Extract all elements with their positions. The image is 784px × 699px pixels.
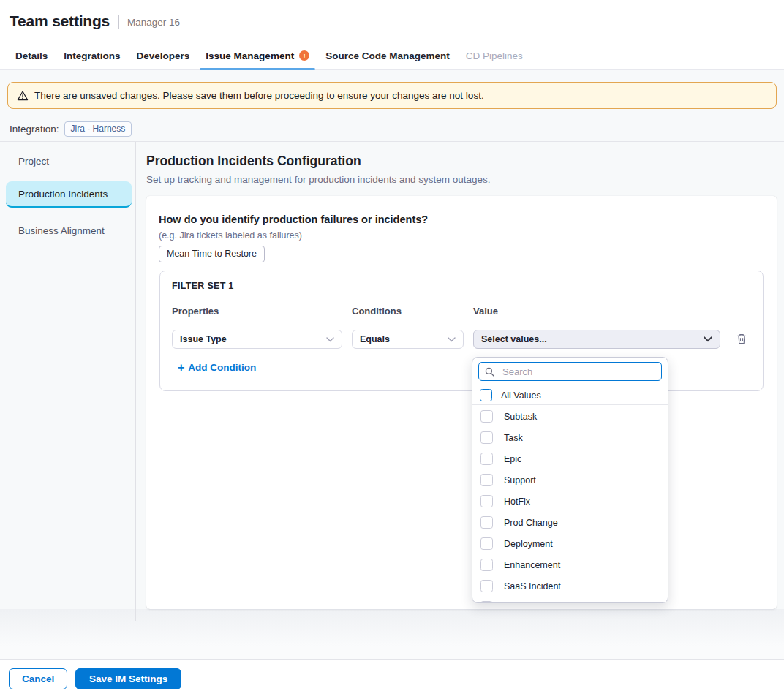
checkbox-icon[interactable] bbox=[480, 495, 493, 507]
tab-details[interactable]: Details bbox=[10, 42, 53, 69]
option-label: Task bbox=[504, 433, 523, 443]
option-label: Enhancement bbox=[504, 560, 560, 570]
page-footer: Cancel Save IM Settings bbox=[0, 659, 784, 699]
team-name: Manager 16 bbox=[127, 17, 180, 28]
value-multiselect[interactable]: Select values... bbox=[473, 330, 720, 349]
checkbox-icon[interactable] bbox=[480, 580, 493, 592]
value-select-placeholder: Select values... bbox=[481, 334, 547, 344]
trash-icon bbox=[736, 333, 747, 345]
page-title: Team settings bbox=[10, 12, 110, 30]
filter-set-title: FILTER SET 1 bbox=[172, 281, 234, 291]
checkbox-icon[interactable] bbox=[480, 516, 493, 529]
tab-issue-management[interactable]: Issue Management ! bbox=[200, 42, 315, 69]
tab-source-code-management[interactable]: Source Code Management bbox=[320, 42, 456, 69]
section-divider bbox=[0, 141, 784, 142]
bottom-scroll-shade bbox=[0, 609, 784, 659]
tab-label: Developers bbox=[137, 50, 190, 61]
chevron-down-icon bbox=[326, 337, 334, 342]
sidebar-item-project[interactable]: Project bbox=[6, 149, 132, 173]
option-saas-incident[interactable]: SaaS Incident bbox=[472, 575, 668, 597]
column-header-value: Value bbox=[473, 306, 498, 317]
property-select-value: Issue Type bbox=[180, 334, 227, 344]
tab-cd-pipelines: CD Pipelines bbox=[460, 42, 529, 69]
question-heading: How do you identify production failures … bbox=[159, 214, 428, 225]
option-hotfix[interactable]: HotFix bbox=[472, 491, 668, 512]
option-label: Support bbox=[504, 475, 536, 485]
option-support[interactable]: Support bbox=[472, 469, 668, 491]
team-settings-page: Team settings Manager 16 Details Integra… bbox=[0, 0, 784, 699]
section-subtitle: Set up tracking and management for produ… bbox=[146, 174, 491, 185]
option-label: Prod Change bbox=[504, 518, 558, 528]
tab-label: Integrations bbox=[64, 50, 120, 61]
condition-select-value: Equals bbox=[360, 334, 390, 344]
unsaved-alert-badge: ! bbox=[299, 50, 309, 61]
filter-set-1: FILTER SET 1 Properties Conditions Value… bbox=[159, 271, 764, 391]
option-label: All Values bbox=[501, 390, 541, 401]
delete-filter-button[interactable] bbox=[734, 330, 750, 347]
condition-select[interactable]: Equals bbox=[352, 330, 464, 349]
option-enhancement[interactable]: Enhancement bbox=[472, 554, 668, 575]
checkbox-icon[interactable] bbox=[480, 601, 493, 603]
search-icon bbox=[485, 367, 494, 377]
checkbox-icon[interactable] bbox=[480, 431, 493, 444]
option-label: Customer Notification bbox=[504, 602, 592, 604]
tab-label: CD Pipelines bbox=[466, 50, 523, 61]
option-customer-notification[interactable]: Customer Notification bbox=[472, 597, 668, 603]
checkbox-icon[interactable] bbox=[480, 537, 493, 550]
add-condition-label: Add Condition bbox=[188, 362, 256, 373]
value-dropdown-popover: Search All Values Subtask Task Epic Supp… bbox=[472, 357, 668, 603]
add-condition-link[interactable]: + Add Condition bbox=[178, 362, 256, 373]
title-divider bbox=[118, 15, 119, 29]
metric-tag-mean-time-to-restore[interactable]: Mean Time to Restore bbox=[159, 246, 265, 262]
sidebar-item-production-incidents[interactable]: Production Incidents bbox=[6, 181, 132, 208]
incidents-config-card: How do you identify production failures … bbox=[146, 196, 777, 609]
sidebar-item-business-alignment[interactable]: Business Alignment bbox=[6, 219, 132, 242]
property-select[interactable]: Issue Type bbox=[172, 330, 342, 349]
checkbox-icon[interactable] bbox=[480, 559, 493, 571]
checkbox-icon[interactable] bbox=[480, 410, 493, 423]
column-header-conditions: Conditions bbox=[352, 306, 402, 317]
plus-icon: + bbox=[178, 363, 184, 372]
option-label: SaaS Incident bbox=[504, 581, 561, 592]
tab-integrations[interactable]: Integrations bbox=[58, 42, 126, 69]
integration-row: Integration: Jira - Harness bbox=[10, 121, 132, 137]
checkbox-icon[interactable] bbox=[480, 389, 492, 401]
option-epic[interactable]: Epic bbox=[472, 448, 668, 469]
unsaved-changes-banner: There are unsaved changes. Please save t… bbox=[7, 82, 777, 109]
settings-tabbar: Details Integrations Developers Issue Ma… bbox=[0, 42, 784, 70]
option-label: Subtask bbox=[504, 412, 537, 422]
chevron-down-icon bbox=[704, 336, 712, 342]
search-input[interactable]: Search bbox=[478, 362, 662, 381]
checkbox-icon[interactable] bbox=[480, 474, 493, 486]
sidebar-divider bbox=[135, 142, 136, 621]
tab-label: Details bbox=[15, 50, 48, 61]
text-cursor bbox=[500, 366, 500, 377]
chevron-down-icon bbox=[448, 337, 456, 342]
save-im-settings-button[interactable]: Save IM Settings bbox=[75, 668, 181, 689]
search-placeholder: Search bbox=[502, 366, 532, 377]
integration-chip[interactable]: Jira - Harness bbox=[64, 121, 132, 137]
option-label: Deployment bbox=[504, 539, 553, 549]
banner-message: There are unsaved changes. Please save t… bbox=[34, 90, 484, 101]
dropdown-separator bbox=[472, 404, 668, 405]
option-label: Epic bbox=[504, 454, 521, 464]
integration-label: Integration: bbox=[10, 124, 59, 135]
cancel-button[interactable]: Cancel bbox=[9, 668, 67, 689]
option-subtask[interactable]: Subtask bbox=[472, 406, 668, 427]
option-deployment[interactable]: Deployment bbox=[472, 533, 668, 554]
option-label: HotFix bbox=[504, 496, 530, 507]
options-list: Subtask Task Epic Support HotFix Prod Ch… bbox=[472, 406, 668, 603]
option-all-values[interactable]: All Values bbox=[472, 385, 668, 406]
option-task[interactable]: Task bbox=[472, 427, 668, 448]
tab-label: Source Code Management bbox=[325, 50, 450, 61]
question-hint: (e.g. Jira tickets labeled as failures) bbox=[159, 230, 302, 241]
checkbox-icon[interactable] bbox=[480, 453, 493, 465]
tab-developers[interactable]: Developers bbox=[131, 42, 196, 69]
page-header: Team settings Manager 16 bbox=[0, 0, 784, 42]
section-title: Production Incidents Configuration bbox=[146, 154, 361, 169]
tab-label: Issue Management bbox=[206, 50, 294, 61]
column-header-properties: Properties bbox=[172, 306, 219, 317]
warning-icon bbox=[17, 90, 29, 102]
option-prod-change[interactable]: Prod Change bbox=[472, 512, 668, 533]
